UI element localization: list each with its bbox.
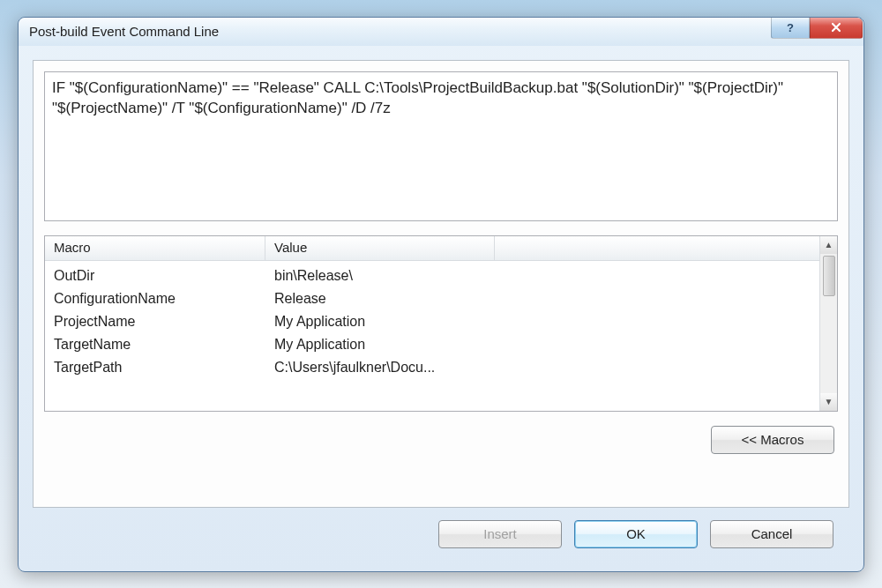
macro-table-content: Macro Value OutDir bin\Release\ Configur… bbox=[45, 236, 819, 411]
dialog-body: Macro Value OutDir bin\Release\ Configur… bbox=[19, 46, 863, 571]
content-frame: Macro Value OutDir bin\Release\ Configur… bbox=[33, 60, 849, 508]
macro-table-rows: OutDir bin\Release\ ConfigurationName Re… bbox=[45, 261, 819, 383]
window-title: Post-build Event Command Line bbox=[29, 24, 771, 39]
macros-button-row: << Macros bbox=[44, 426, 838, 454]
table-scrollbar[interactable]: ▲ ▼ bbox=[819, 236, 837, 411]
scroll-down-icon[interactable]: ▼ bbox=[820, 393, 837, 411]
table-row[interactable]: TargetPath C:\Users\jfaulkner\Docu... bbox=[45, 356, 819, 379]
macros-toggle-button[interactable]: << Macros bbox=[711, 426, 834, 454]
column-header-macro[interactable]: Macro bbox=[45, 236, 265, 260]
macro-value: My Application bbox=[274, 314, 811, 330]
table-row[interactable]: TargetName My Application bbox=[45, 333, 819, 356]
macro-name: TargetPath bbox=[54, 360, 274, 376]
macro-name: TargetName bbox=[54, 337, 274, 353]
cancel-button[interactable]: Cancel bbox=[710, 520, 833, 548]
table-row[interactable]: OutDir bin\Release\ bbox=[45, 264, 819, 287]
macro-value: C:\Users\jfaulkner\Docu... bbox=[274, 360, 811, 376]
macro-table: Macro Value OutDir bin\Release\ Configur… bbox=[44, 235, 838, 412]
command-line-textarea[interactable] bbox=[44, 71, 838, 221]
macro-value: Release bbox=[274, 291, 811, 307]
scroll-thumb[interactable] bbox=[823, 256, 835, 296]
insert-button[interactable]: Insert bbox=[438, 520, 562, 548]
macro-value: My Application bbox=[274, 337, 811, 353]
macro-name: OutDir bbox=[54, 268, 274, 284]
titlebar-buttons: ? bbox=[771, 18, 863, 46]
table-row[interactable]: ProjectName My Application bbox=[45, 310, 819, 333]
scroll-up-icon[interactable]: ▲ bbox=[820, 236, 837, 254]
dialog-window: Post-build Event Command Line ? Macro Va… bbox=[18, 17, 864, 572]
ok-button[interactable]: OK bbox=[574, 520, 698, 548]
dialog-button-row: Insert OK Cancel bbox=[33, 508, 849, 561]
titlebar: Post-build Event Command Line ? bbox=[19, 18, 863, 46]
close-button[interactable] bbox=[810, 18, 863, 39]
close-icon bbox=[830, 21, 842, 33]
column-header-empty bbox=[495, 236, 819, 260]
macro-name: ConfigurationName bbox=[54, 291, 274, 307]
macro-name: ProjectName bbox=[54, 314, 274, 330]
help-button[interactable]: ? bbox=[771, 18, 810, 39]
help-icon: ? bbox=[787, 21, 794, 34]
macro-table-header: Macro Value bbox=[45, 236, 819, 261]
table-row[interactable]: ConfigurationName Release bbox=[45, 287, 819, 310]
column-header-value[interactable]: Value bbox=[265, 236, 495, 260]
macro-value: bin\Release\ bbox=[274, 268, 811, 284]
